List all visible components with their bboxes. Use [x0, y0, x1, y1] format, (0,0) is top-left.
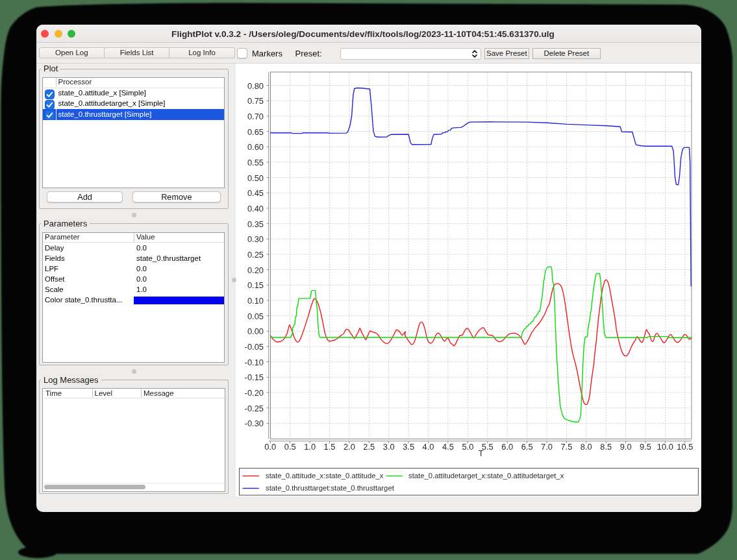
svg-text:0.45: 0.45: [247, 188, 264, 198]
svg-text:-0.20: -0.20: [245, 388, 264, 398]
svg-text:0.50: 0.50: [247, 173, 264, 183]
svg-text:2.0: 2.0: [344, 442, 355, 452]
svg-text:1.0: 1.0: [304, 442, 316, 452]
svg-text:9.5: 9.5: [640, 442, 651, 452]
svg-text:4.0: 4.0: [423, 442, 434, 452]
svg-text:5.0: 5.0: [462, 442, 473, 452]
svg-text:state_0.attitude_x:state_0.att: state_0.attitude_x:state_0.attitude_x: [266, 472, 384, 480]
svg-text:0.55: 0.55: [247, 158, 264, 167]
svg-text:6.5: 6.5: [521, 442, 533, 452]
svg-text:8.5: 8.5: [600, 442, 612, 452]
svg-text:0.80: 0.80: [247, 81, 264, 91]
svg-text:1.5: 1.5: [324, 442, 336, 452]
svg-text:10.0: 10.0: [657, 442, 673, 452]
svg-text:10.5: 10.5: [677, 442, 693, 452]
svg-text:4.5: 4.5: [442, 442, 454, 452]
svg-text:7.5: 7.5: [560, 442, 572, 452]
svg-text:-0.25: -0.25: [245, 404, 264, 413]
svg-text:3.0: 3.0: [383, 442, 395, 452]
svg-text:0.70: 0.70: [247, 112, 264, 121]
svg-text:2.5: 2.5: [363, 442, 375, 452]
svg-text:-0.05: -0.05: [245, 342, 264, 352]
svg-text:0.15: 0.15: [247, 280, 264, 290]
svg-text:0.20: 0.20: [247, 265, 264, 275]
svg-text:3.5: 3.5: [403, 442, 414, 452]
svg-text:0.30: 0.30: [247, 234, 264, 244]
svg-text:0.00: 0.00: [247, 326, 264, 336]
svg-text:0.75: 0.75: [247, 96, 264, 106]
svg-text:state_0.attitudetarget_x:state: state_0.attitudetarget_x:state_0.attitud…: [408, 472, 564, 480]
svg-text:-0.15: -0.15: [245, 372, 264, 382]
svg-text:0.0: 0.0: [264, 442, 276, 452]
svg-text:T: T: [479, 448, 484, 458]
svg-text:7.0: 7.0: [541, 442, 553, 452]
svg-text:0.5: 0.5: [284, 442, 296, 452]
svg-text:state_0.thrusttarget:state_0.t: state_0.thrusttarget:state_0.thrusttarge…: [266, 484, 395, 492]
svg-text:8.0: 8.0: [581, 442, 592, 452]
svg-text:-0.30: -0.30: [245, 419, 264, 428]
svg-text:0.05: 0.05: [247, 311, 264, 321]
svg-text:-0.10: -0.10: [245, 358, 264, 367]
svg-text:0.40: 0.40: [247, 204, 264, 213]
svg-text:0.10: 0.10: [247, 296, 264, 306]
svg-text:0.25: 0.25: [247, 250, 264, 260]
svg-text:9.0: 9.0: [620, 442, 632, 452]
svg-text:0.60: 0.60: [247, 142, 264, 152]
svg-text:6.0: 6.0: [501, 442, 513, 452]
svg-text:0.35: 0.35: [247, 219, 264, 229]
svg-text:0.65: 0.65: [247, 127, 264, 137]
